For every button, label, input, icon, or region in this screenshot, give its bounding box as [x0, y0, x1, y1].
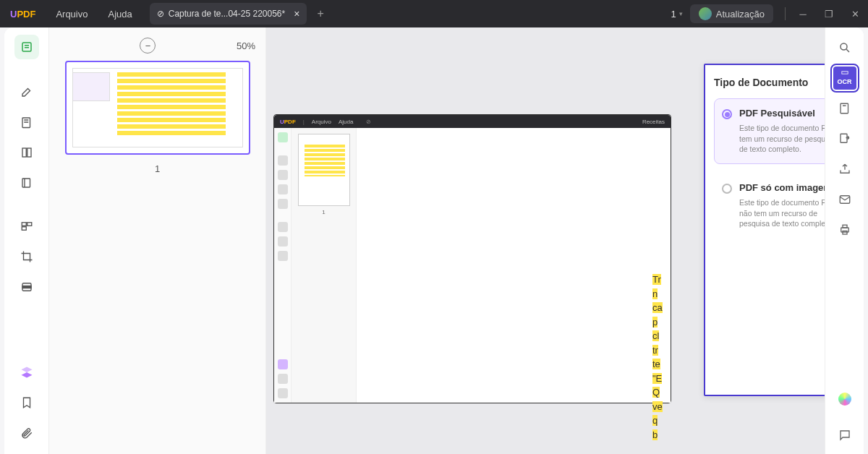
thumbnail-page-number: 1: [155, 163, 160, 174]
workspace: − 50% 1 UPDF | Arquivo Ajuda ⊘ Receitas: [4, 27, 864, 454]
titlebar: UPDF Arquivo Ajuda ⊘ Captura de te...04-…: [0, 0, 868, 27]
svg-rect-8: [22, 179, 30, 187]
print-icon[interactable]: [833, 218, 856, 241]
avatar: [699, 7, 712, 20]
radio-image-only[interactable]: [722, 184, 732, 194]
chat-icon[interactable]: [833, 424, 856, 447]
menu-file[interactable]: Arquivo: [46, 9, 98, 20]
option-searchable-pdf[interactable]: PDF Pesquisável Este tipo de documento P…: [714, 98, 825, 164]
svg-rect-6: [22, 148, 26, 157]
tab-doc-icon: ⊘: [157, 9, 164, 19]
option-image-only-pdf[interactable]: PDF só com imagem Este tipo de documento…: [714, 173, 825, 239]
svg-rect-10: [27, 223, 31, 226]
export-icon[interactable]: [833, 127, 856, 150]
add-tab-button[interactable]: +: [317, 7, 323, 20]
svg-rect-22: [843, 225, 847, 228]
right-toolbar: OCR: [825, 27, 864, 454]
canvas-area[interactable]: UPDF | Arquivo Ajuda ⊘ Receitas: [266, 27, 825, 454]
email-icon[interactable]: [833, 188, 856, 211]
minimize-button[interactable]: ─: [790, 9, 816, 20]
close-icon[interactable]: ×: [294, 8, 299, 20]
document-tab[interactable]: ⊘ Captura de te...04-25 220056* ×: [150, 3, 307, 25]
svg-rect-7: [27, 148, 30, 157]
maximize-button[interactable]: ❐: [816, 9, 842, 20]
svg-rect-13: [22, 286, 31, 288]
redact-tool-icon[interactable]: [14, 275, 39, 299]
menu-help[interactable]: Ajuda: [98, 9, 142, 20]
ai-assistant-icon[interactable]: [833, 387, 856, 411]
save-icon[interactable]: [833, 97, 856, 120]
svg-rect-9: [22, 223, 26, 226]
comment-tool-icon[interactable]: [14, 110, 39, 134]
svg-point-14: [841, 43, 847, 50]
ocr-dialog: Tipo de Documento PDF Pesquisável Este t…: [704, 64, 825, 396]
tab-title: Captura de te...04-25 220056*: [169, 9, 285, 19]
ocr-button[interactable]: OCR: [833, 67, 856, 90]
edit-tool-icon[interactable]: [14, 80, 39, 104]
svg-rect-19: [841, 134, 847, 142]
svg-rect-23: [843, 231, 847, 235]
left-toolbar: [4, 27, 49, 454]
app-logo: UPDF: [0, 9, 46, 20]
form-tool-icon[interactable]: [14, 171, 39, 195]
crop-tool-icon[interactable]: [14, 244, 39, 269]
zoom-level: 50%: [237, 40, 255, 51]
svg-rect-16: [841, 72, 847, 74]
share-icon[interactable]: [833, 158, 856, 181]
document-preview: UPDF | Arquivo Ajuda ⊘ Receitas: [273, 114, 671, 403]
attachment-icon[interactable]: [14, 421, 39, 445]
update-badge[interactable]: Atualização: [690, 4, 773, 23]
zoom-out-icon[interactable]: −: [140, 38, 156, 53]
svg-rect-17: [841, 103, 848, 113]
close-window-button[interactable]: ✕: [842, 9, 868, 20]
thumbnail-panel: − 50% 1: [49, 27, 266, 454]
svg-rect-3: [22, 118, 30, 128]
page-thumbnail[interactable]: [65, 61, 250, 155]
page-tool-icon[interactable]: [14, 140, 39, 165]
radio-searchable[interactable]: [722, 109, 732, 119]
svg-rect-11: [22, 227, 26, 231]
layers-icon[interactable]: [14, 360, 39, 385]
search-icon[interactable]: [833, 36, 856, 59]
organize-tool-icon[interactable]: [14, 214, 39, 239]
page-indicator[interactable]: 1▾: [671, 9, 683, 20]
svg-line-15: [846, 49, 849, 52]
bookmark-icon[interactable]: [14, 390, 39, 415]
dialog-title: Tipo de Documento: [714, 77, 825, 88]
mini-reader-icon: [278, 132, 288, 142]
reader-mode-icon[interactable]: [14, 35, 39, 59]
